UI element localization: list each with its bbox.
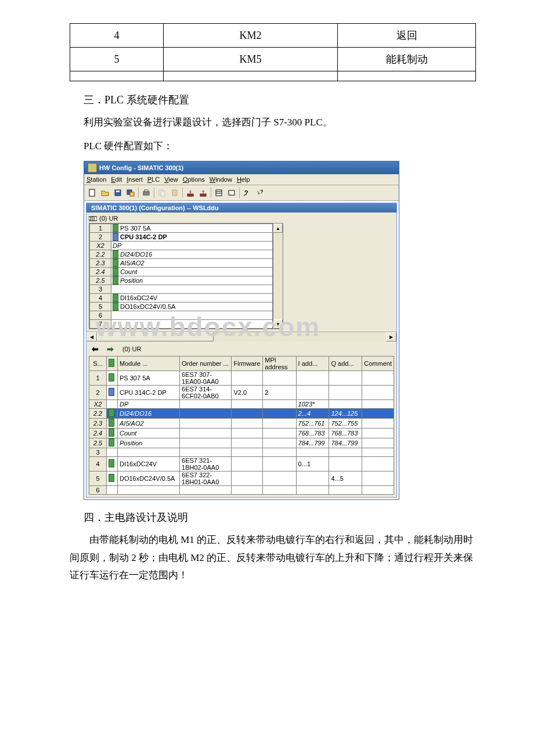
detail-mpi[interactable]: [263, 457, 296, 471]
detail-firmware[interactable]: [232, 438, 263, 448]
tb-upload-icon[interactable]: [197, 187, 209, 199]
detail-firmware[interactable]: [232, 486, 263, 495]
rack-module[interactable]: [111, 311, 273, 320]
detail-icon-cell[interactable]: [107, 457, 118, 471]
detail-firmware[interactable]: V2.0: [232, 386, 263, 400]
tb-paste-icon[interactable]: [169, 187, 181, 199]
detail-module[interactable]: PS 307 5A: [118, 371, 180, 386]
detail-slot[interactable]: 2.4: [89, 429, 107, 438]
detail-mpi[interactable]: [263, 438, 296, 448]
detail-iadd[interactable]: [296, 371, 329, 386]
detail-comment[interactable]: [362, 438, 394, 448]
rack-slot[interactable]: 7: [90, 320, 111, 329]
detail-mpi[interactable]: [263, 419, 296, 429]
col-mpi[interactable]: MPI address: [263, 357, 296, 371]
tb-netconfig-icon[interactable]: [226, 187, 237, 199]
detail-order[interactable]: [180, 409, 232, 419]
detail-iadd[interactable]: [296, 448, 329, 457]
detail-mpi[interactable]: [263, 409, 296, 419]
detail-firmware[interactable]: [232, 409, 263, 419]
col-comment[interactable]: Comment: [362, 357, 394, 371]
col-iadd[interactable]: I add...: [296, 357, 329, 371]
detail-comment[interactable]: [362, 386, 394, 400]
detail-iadd[interactable]: 0...1: [296, 457, 329, 471]
detail-iadd[interactable]: 784...799: [296, 438, 329, 448]
detail-firmware[interactable]: [232, 429, 263, 438]
hscroll-thumb[interactable]: [97, 332, 214, 341]
rack-slot[interactable]: 1: [90, 224, 111, 233]
detail-mpi[interactable]: [263, 371, 296, 386]
detail-iadd[interactable]: [296, 486, 329, 495]
rack-module[interactable]: DP: [111, 242, 273, 250]
rack-slot[interactable]: 2.2: [90, 250, 111, 259]
detail-firmware[interactable]: [232, 448, 263, 457]
menu-options[interactable]: Options: [183, 176, 205, 183]
detail-icon-cell[interactable]: [107, 438, 118, 448]
detail-comment[interactable]: [362, 486, 394, 495]
detail-module[interactable]: [118, 448, 180, 457]
rack-module[interactable]: Count: [111, 268, 273, 276]
detail-firmware[interactable]: [232, 471, 263, 486]
col-order[interactable]: Order number ...: [180, 357, 232, 371]
rack-header[interactable]: (0) UR: [89, 215, 394, 222]
detail-slot[interactable]: 3: [89, 448, 107, 457]
detail-mpi[interactable]: [263, 429, 296, 438]
detail-icon-cell[interactable]: [107, 386, 118, 400]
tb-copy-icon[interactable]: [156, 187, 168, 199]
detail-mpi[interactable]: 2: [263, 386, 296, 400]
tb-print-icon[interactable]: [140, 187, 152, 199]
menu-insert[interactable]: Insert: [127, 176, 143, 183]
menu-view[interactable]: View: [164, 176, 178, 183]
detail-module[interactable]: DI24/DO16: [118, 409, 180, 419]
tb-save-icon[interactable]: [112, 187, 124, 199]
detail-comment[interactable]: [362, 371, 394, 386]
nav-forward-icon[interactable]: ➡: [104, 344, 117, 354]
detail-comment[interactable]: [362, 457, 394, 471]
detail-order[interactable]: 6ES7 321-1BH02-0AA0: [180, 457, 232, 471]
detail-mpi[interactable]: [263, 471, 296, 486]
detail-qadd[interactable]: [329, 400, 362, 409]
detail-qadd[interactable]: [329, 486, 362, 495]
detail-module[interactable]: [118, 486, 180, 495]
rack-module[interactable]: DI16xDC24V: [111, 294, 273, 303]
detail-order[interactable]: [180, 486, 232, 495]
menu-help[interactable]: Help: [237, 176, 250, 183]
detail-iadd[interactable]: 768...783: [296, 429, 329, 438]
detail-qadd[interactable]: 752...755: [329, 419, 362, 429]
rack-slot[interactable]: 3: [90, 285, 111, 294]
detail-order[interactable]: 6ES7 322-1BH01-0AA0: [180, 471, 232, 486]
tb-open-icon[interactable]: [99, 187, 111, 199]
detail-qadd[interactable]: 768...783: [329, 429, 362, 438]
detail-module[interactable]: DO16xDC24V/0.5A: [118, 471, 180, 486]
detail-iadd[interactable]: 752...761: [296, 419, 329, 429]
tb-help-icon[interactable]: ?: [241, 187, 253, 199]
detail-icon-cell[interactable]: [107, 471, 118, 486]
detail-firmware[interactable]: [232, 371, 263, 386]
detail-icon-cell[interactable]: [107, 419, 118, 429]
detail-slot[interactable]: X2: [89, 400, 107, 409]
detail-slot[interactable]: 2.3: [89, 419, 107, 429]
rack-module[interactable]: AI5/AO2: [111, 259, 273, 268]
detail-module[interactable]: Position: [118, 438, 180, 448]
tb-new-icon[interactable]: [86, 187, 98, 199]
detail-order[interactable]: 6ES7 307-1EA00-0AA0: [180, 371, 232, 386]
rack-slot[interactable]: 2.3: [90, 259, 111, 268]
detail-icon-cell[interactable]: [107, 448, 118, 457]
menu-station[interactable]: Station: [86, 176, 106, 183]
detail-comment[interactable]: [362, 400, 394, 409]
detail-comment[interactable]: [362, 471, 394, 486]
rack-module[interactable]: CPU 314C-2 DP: [111, 233, 273, 242]
detail-qadd[interactable]: [329, 448, 362, 457]
window-title-bar[interactable]: HW Config - SIMATIC 300(1): [84, 161, 399, 174]
detail-iadd[interactable]: 2...4: [296, 409, 329, 419]
detail-icon-cell[interactable]: [107, 400, 118, 409]
detail-module[interactable]: Count: [118, 429, 180, 438]
rack-slot[interactable]: 6: [90, 311, 111, 320]
tb-savecompile-icon[interactable]: [125, 187, 136, 199]
scroll-down-icon[interactable]: ▼: [273, 319, 283, 329]
scroll-left-icon[interactable]: ◀: [86, 332, 97, 341]
menu-plc[interactable]: PLC: [147, 176, 160, 183]
detail-mpi[interactable]: [263, 486, 296, 495]
detail-iadd[interactable]: [296, 386, 329, 400]
detail-firmware[interactable]: [232, 457, 263, 471]
